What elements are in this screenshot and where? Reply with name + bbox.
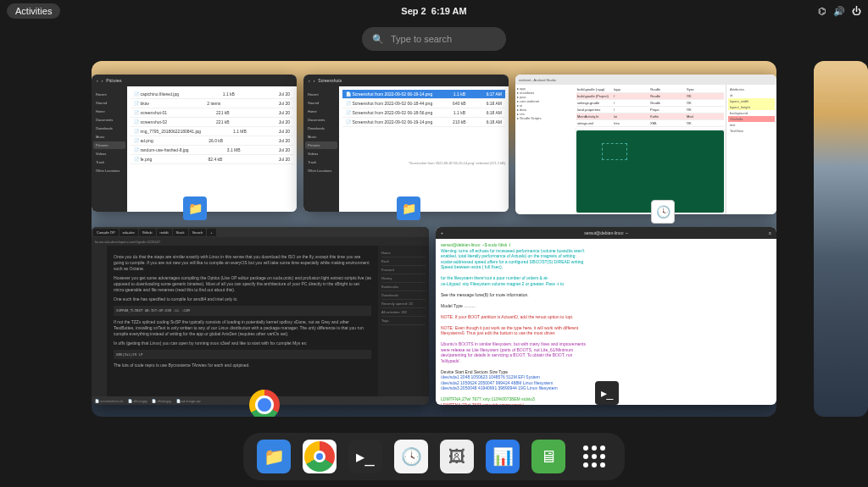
file-row[interactable]: 📄 screenshot-01221 kBJul 20 xyxy=(131,108,293,118)
terminal-app-icon[interactable]: ▸_ xyxy=(595,381,619,405)
browser-sidebar[interactable]: HomeBackForwardHistoryBookmarksDownloads… xyxy=(378,246,429,396)
download-chip[interactable]: 📄 xftnot.jpg xyxy=(128,399,147,403)
browser-tab[interactable]: Github xyxy=(139,229,156,236)
terminal-titlebar[interactable]: + seraut@debian-linux: ~ ≡ xyxy=(436,227,776,239)
browser-tab[interactable]: reddit xyxy=(157,229,172,236)
browser-urlbar[interactable]: forum.xda-developers.com/t/guide.4226447 xyxy=(92,237,429,246)
files2-titlebar[interactable]: ‹ › Screenshots xyxy=(303,75,509,86)
file-row[interactable]: 📄 fe.png82.4 kBJul 20 xyxy=(131,155,293,164)
table-row[interactable]: strings.xml/resXMLOK xyxy=(576,120,724,127)
dock-apps[interactable] xyxy=(577,440,611,473)
sidebar-item[interactable]: Trash xyxy=(305,158,337,166)
sidebar-item[interactable]: Starred xyxy=(93,99,125,107)
side-item[interactable]: Bookmarks xyxy=(381,283,426,291)
forward-icon[interactable]: › xyxy=(314,78,315,83)
browser-tab[interactable]: Search xyxy=(189,229,207,236)
sidebar-item[interactable]: Home xyxy=(93,108,125,115)
property-row[interactable]: background xyxy=(728,110,775,116)
table-row[interactable]: settings.gradle/GradleOK xyxy=(576,100,724,107)
property-row[interactable]: id xyxy=(728,92,775,98)
workspace-1[interactable]: ‹ › Pictures RecentStarredHomeDocumentsD… xyxy=(92,61,776,417)
sidebar-item[interactable]: Recent xyxy=(93,91,125,98)
search-bar[interactable]: 🔍 Type to search xyxy=(362,27,506,51)
property-row[interactable]: text xyxy=(728,122,775,128)
sidebar-item[interactable]: Pictures xyxy=(305,141,337,149)
forward-icon[interactable]: › xyxy=(102,78,103,83)
terminal-menu-icon[interactable]: ≡ xyxy=(769,230,771,235)
sidebar-item[interactable]: Music xyxy=(93,133,125,141)
dock-virtualbox[interactable]: 📊 xyxy=(486,440,520,473)
tree-item[interactable]: ▸ Gradle Scripts xyxy=(517,116,573,120)
files2-list[interactable]: 📄 Screenshot from 2022-09-02 06-19-14.pn… xyxy=(339,86,509,212)
terminal-window[interactable]: + seraut@debian-linux: ~ ≡ seraut@debian… xyxy=(436,227,776,405)
sidebar-item[interactable]: Starred xyxy=(305,99,337,107)
ide-layout-editor[interactable] xyxy=(576,130,724,213)
activities-button[interactable]: Activities xyxy=(7,3,60,19)
ide-project-tree[interactable]: ▸ app▸ manifests▸ java▸ com.mobinet▸ ui▸… xyxy=(515,85,575,214)
file-row[interactable]: 📄 capichino.filtered.jpg1.1 kBJul 20 xyxy=(131,90,293,99)
dock-files[interactable]: 📁 xyxy=(257,440,291,473)
files2-sidebar[interactable]: RecentStarredHomeDocumentsDownloadsMusic… xyxy=(303,86,339,212)
browser-tab[interactable]: xda-dev xyxy=(120,229,138,236)
property-row[interactable]: layout_width xyxy=(728,98,775,104)
file-row[interactable]: 📄 Screenshot from 2022-09-02 06-18-44.pn… xyxy=(342,99,505,108)
dock-terminal[interactable]: ▸_ xyxy=(348,440,382,473)
sidebar-item[interactable]: Other Locations xyxy=(93,167,125,174)
file-row[interactable]: 📄 random-use-hashed-8.jpg3.1 MBJul 20 xyxy=(131,146,293,155)
download-chip[interactable]: 📄 xftnot.jpg xyxy=(152,399,170,403)
files1-sidebar[interactable]: RecentStarredHomeDocumentsDownloadsMusic… xyxy=(92,86,127,212)
sidebar-item[interactable]: Other Locations xyxy=(305,167,337,174)
dock-clock[interactable]: 🕓 xyxy=(394,440,428,473)
sidebar-item[interactable]: Music xyxy=(305,133,337,141)
table-row[interactable]: local.properties/PropsOK xyxy=(576,107,724,113)
files-window-1[interactable]: ‹ › Pictures RecentStarredHomeDocumentsD… xyxy=(92,75,297,212)
sidebar-item[interactable]: Trash xyxy=(93,158,125,166)
browser-tabs[interactable]: Compile OPxda-devGithubredditStackSearch… xyxy=(92,227,429,237)
sidebar-item[interactable]: Documents xyxy=(305,116,337,124)
clock[interactable]: Sep 2 6:19 AM xyxy=(401,6,466,16)
side-item[interactable]: Forward xyxy=(381,266,426,274)
sidebar-item[interactable]: Videos xyxy=(305,150,337,158)
property-row[interactable]: Attributes xyxy=(728,86,775,92)
power-icon[interactable]: ⏻ xyxy=(852,6,861,16)
file-row[interactable]: 📄 Screenshot from 2022-09-02 06-18-56.pn… xyxy=(342,108,505,118)
sidebar-item[interactable]: Documents xyxy=(93,116,125,124)
sidebar-item[interactable]: Recent xyxy=(305,91,337,98)
download-chip[interactable]: 📄 screenshots.sh xyxy=(95,399,123,403)
terminal-plus-icon[interactable]: + xyxy=(441,230,443,235)
file-row[interactable]: 📄 img_7795_20180622180841.jpg1.1 MBJul 2… xyxy=(131,127,293,136)
browser-toolbar[interactable] xyxy=(92,246,107,396)
side-item[interactable]: Back xyxy=(381,257,426,266)
terminal-output[interactable]: seraut@debian-linux: ~$ sudo fdisk -lWar… xyxy=(436,239,776,405)
layout-component[interactable] xyxy=(602,143,627,160)
property-row[interactable]: layout_height xyxy=(728,104,775,110)
ide-table[interactable]: build.gradle (:app)/appGradleSyncbuild.g… xyxy=(575,85,726,129)
workspace-2[interactable] xyxy=(814,61,868,417)
back-icon[interactable]: ‹ xyxy=(309,78,310,83)
dock[interactable]: 📁 ▸_ 🕓 🖼 📊 🖥 xyxy=(243,433,625,480)
sidebar-item[interactable]: Home xyxy=(305,108,337,115)
property-row[interactable]: #0a5a3a xyxy=(728,116,775,122)
file-row[interactable]: 📄 Screenshot from 2022-09-02 06-19-14.pn… xyxy=(342,90,505,99)
files1-list[interactable]: 📄 capichino.filtered.jpg1.1 kBJul 20📄 bk… xyxy=(127,86,297,212)
side-item[interactable]: Tags xyxy=(381,317,426,325)
browser-tab[interactable]: + xyxy=(207,229,215,236)
ide-window[interactable]: mobinet - Android Studio ▸ app▸ manifest… xyxy=(515,75,776,214)
files-window-2[interactable]: ‹ › Screenshots RecentStarredHomeDocumen… xyxy=(303,75,509,212)
files-app-icon[interactable]: 📁 xyxy=(183,196,207,220)
dock-chrome[interactable] xyxy=(303,440,337,473)
system-tray[interactable]: ⌬ 🔊 ⏻ xyxy=(818,6,861,17)
file-row[interactable]: 📄 bkav2 itemsJul 20 xyxy=(131,99,293,108)
side-item[interactable]: All activities: 130 xyxy=(381,308,426,317)
side-item[interactable]: History xyxy=(381,274,426,283)
chrome-app-icon[interactable] xyxy=(249,390,280,417)
side-item[interactable]: Downloads xyxy=(381,291,426,300)
sidebar-item[interactable]: Downloads xyxy=(93,125,125,132)
table-row[interactable]: MainActivity.kt/uiKotlinMod xyxy=(576,113,724,120)
sidebar-item[interactable]: Pictures xyxy=(93,141,125,149)
ide-properties[interactable]: Attributesidlayout_widthlayout_heightbac… xyxy=(726,85,776,214)
dock-image-viewer[interactable]: 🖼 xyxy=(440,440,474,473)
dock-display[interactable]: 🖥 xyxy=(531,440,565,473)
ide-toolbar[interactable]: mobinet - Android Studio xyxy=(515,75,776,85)
files1-titlebar[interactable]: ‹ › Pictures xyxy=(92,75,297,86)
